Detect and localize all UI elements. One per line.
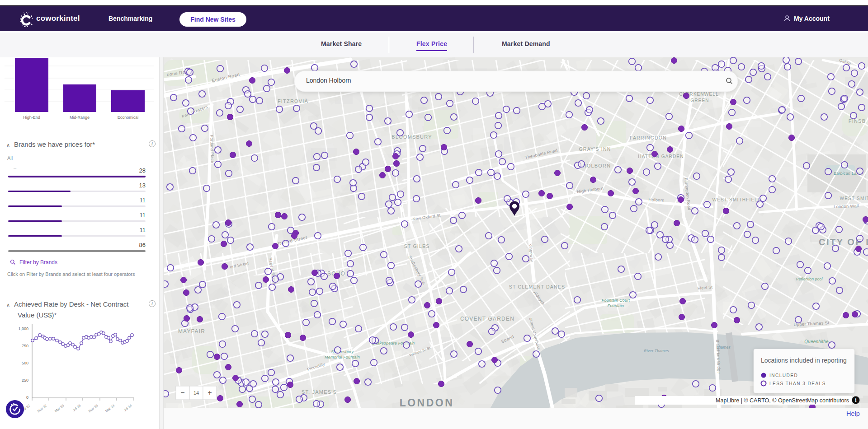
svg-text:London Holborn: London Holborn bbox=[306, 77, 351, 84]
svg-text:0: 0 bbox=[26, 395, 28, 400]
svg-text:Reflection pool: Reflection pool bbox=[796, 277, 823, 281]
svg-text:ST. JAMES'S: ST. JAMES'S bbox=[302, 389, 337, 395]
svg-text:Mar 23: Mar 23 bbox=[54, 403, 65, 413]
svg-text:FINSB: FINSB bbox=[849, 118, 866, 124]
svg-text:−: − bbox=[180, 389, 184, 396]
svg-text:Mar 24: Mar 24 bbox=[104, 403, 115, 413]
svg-text:River Thames: River Thames bbox=[644, 349, 669, 353]
svg-text:WEST SMITHFIELD: WEST SMITHFIELD bbox=[712, 197, 762, 202]
svg-text:Fountain Court: Fountain Court bbox=[602, 298, 630, 303]
svg-text:Memorial Fountain: Memorial Fountain bbox=[325, 355, 360, 359]
svg-text:Nov 22: Nov 22 bbox=[37, 403, 47, 413]
svg-text:ST CLEMENT DANES: ST CLEMENT DANES bbox=[509, 284, 565, 289]
svg-text:HOLBORN: HOLBORN bbox=[583, 163, 611, 168]
svg-text:HATTON GARDEN: HATTON GARDEN bbox=[638, 154, 684, 159]
svg-text:Jul 23: Jul 23 bbox=[72, 403, 81, 412]
svg-text:14: 14 bbox=[193, 390, 199, 396]
svg-text:GREEN: GREEN bbox=[690, 98, 709, 103]
svg-text:FARRINGDON: FARRINGDON bbox=[630, 135, 667, 140]
svg-text:Thames: Thames bbox=[716, 345, 731, 350]
svg-text:Fountain: Fountain bbox=[608, 303, 624, 308]
svg-text:ST GILES: ST GILES bbox=[404, 243, 430, 249]
svg-text:MAYFAIR: MAYFAIR bbox=[178, 328, 205, 335]
svg-text:250: 250 bbox=[22, 378, 28, 382]
svg-text:High-End: High-End bbox=[23, 115, 40, 120]
svg-text:Jul 24: Jul 24 bbox=[123, 403, 132, 412]
svg-text:LESS THAN 3 DEALS: LESS THAN 3 DEALS bbox=[769, 381, 826, 386]
svg-text:500: 500 bbox=[22, 361, 28, 365]
svg-text:MapLibre | © CARTO, © OpenStre: MapLibre | © CARTO, © OpenStreetMap cont… bbox=[716, 397, 849, 404]
svg-text:WEST SMITHFIELD: WEST SMITHFIELD bbox=[840, 196, 868, 201]
svg-text:Economical: Economical bbox=[118, 115, 139, 120]
svg-text:1,000: 1,000 bbox=[18, 326, 28, 331]
svg-text:Queenhithe: Queenhithe bbox=[804, 339, 829, 344]
svg-text:+: + bbox=[208, 389, 212, 396]
svg-text:Nov 23: Nov 23 bbox=[88, 403, 99, 413]
svg-text:Locations included in reportin: Locations included in reporting bbox=[761, 357, 847, 364]
svg-text:GRAY'S INN: GRAY'S INN bbox=[579, 146, 611, 152]
svg-text:London Wall: London Wall bbox=[834, 203, 859, 209]
svg-text:INCLUDED: INCLUDED bbox=[769, 373, 798, 378]
svg-text:FITZROVIA: FITZROVIA bbox=[278, 98, 308, 104]
svg-text:LONDON: LONDON bbox=[400, 397, 454, 408]
svg-text:Holborn: Holborn bbox=[648, 197, 665, 202]
svg-text:750: 750 bbox=[22, 344, 28, 348]
svg-text:COVENT GARDEN: COVENT GARDEN bbox=[460, 316, 514, 322]
svg-text:Mid-Range: Mid-Range bbox=[70, 115, 90, 120]
